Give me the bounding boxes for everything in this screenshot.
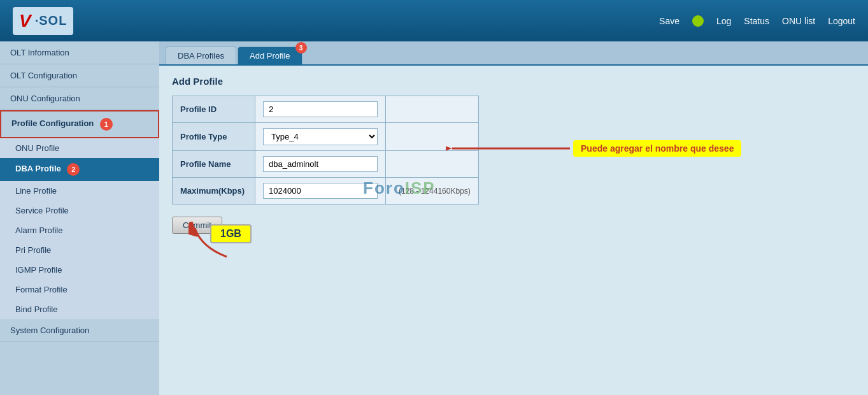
logo-sol-text: ·SOL xyxy=(35,13,68,28)
tab-dba-profiles[interactable]: DBA Profiles xyxy=(166,47,236,64)
table-row: Profile ID xyxy=(173,96,479,123)
form-and-annotations: Profile ID Profile Type Type_1 xyxy=(172,96,479,205)
foroisp-text: ForoISP xyxy=(363,178,436,198)
save-button[interactable]: Save xyxy=(659,16,679,26)
name-annotation: Puede agregar el nombre que desee xyxy=(446,139,741,158)
header-right: Save Log Status ONU list Logout xyxy=(659,15,855,27)
main-layout: OLT Information OLT Configuration ONU Co… xyxy=(0,41,868,395)
sidebar-item-profile-configuration[interactable]: Profile Configuration 1 xyxy=(0,110,159,138)
onu-list-link[interactable]: ONU list xyxy=(782,16,815,26)
profile-name-label: Profile Name xyxy=(173,151,255,178)
logout-link[interactable]: Logout xyxy=(828,16,855,26)
profile-type-cell: Type_1 Type_2 Type_3 Type_4 Type_5 xyxy=(255,123,386,151)
profile-type-label: Profile Type xyxy=(173,123,255,151)
sidebar: OLT Information OLT Configuration ONU Co… xyxy=(0,41,159,395)
section-title: Add Profile xyxy=(172,76,855,87)
logo-v-icon: V xyxy=(19,11,32,31)
profile-config-badge: 1 xyxy=(100,118,113,131)
sidebar-sub-format-profile[interactable]: Format Profile xyxy=(0,280,159,299)
sidebar-item-onu-configuration[interactable]: ONU Configuration xyxy=(0,87,159,110)
foroisp-f: Foro xyxy=(363,178,405,198)
header-links: Log Status ONU list Logout xyxy=(716,16,855,26)
annotation-1gb: 1GB xyxy=(210,224,252,243)
sidebar-item-olt-information[interactable]: OLT Information xyxy=(0,41,159,64)
profile-name-cell xyxy=(255,151,386,178)
sidebar-sub-dba-profile[interactable]: DBA Profile 2 xyxy=(0,158,159,181)
sidebar-sub-service-profile[interactable]: Service Profile xyxy=(0,201,159,220)
tab-add-profile[interactable]: Add Profile 3 xyxy=(238,47,302,64)
dba-profile-badge: 2 xyxy=(67,163,80,176)
tabs-bar: DBA Profiles Add Profile 3 xyxy=(159,41,868,66)
sidebar-sub-onu-profile[interactable]: ONU Profile xyxy=(0,138,159,158)
sidebar-item-olt-configuration[interactable]: OLT Configuration xyxy=(0,64,159,87)
sidebar-sub-bind-profile[interactable]: Bind Profile xyxy=(0,299,159,319)
sidebar-sub-alarm-profile[interactable]: Alarm Profile xyxy=(0,220,159,240)
annotation-label: Puede agregar el nombre que desee xyxy=(573,140,741,157)
table-row: Profile Name xyxy=(173,151,479,178)
foroisp-watermark: ForoISP xyxy=(363,178,436,198)
profile-id-label: Profile ID xyxy=(173,96,255,123)
sidebar-item-system-configuration[interactable]: System Configuration xyxy=(0,319,159,342)
content-area: Add Profile Profile ID Profile Typ xyxy=(159,66,868,244)
commit-area: Commit 1GB xyxy=(172,209,855,234)
logo-area: V ·SOL xyxy=(13,7,73,35)
maximum-label: Maximum(Kbps) xyxy=(173,178,255,205)
maximum-input[interactable] xyxy=(263,183,378,199)
profile-type-select[interactable]: Type_1 Type_2 Type_3 Type_4 Type_5 xyxy=(263,128,378,145)
status-link[interactable]: Status xyxy=(744,16,769,26)
log-link[interactable]: Log xyxy=(716,16,731,26)
main-content: DBA Profiles Add Profile 3 Add Profile P… xyxy=(159,41,868,395)
sidebar-sub-line-profile[interactable]: Line Profile xyxy=(0,181,159,201)
sidebar-sub-pri-profile[interactable]: Pri Profile xyxy=(0,240,159,260)
add-profile-badge: 3 xyxy=(295,42,307,54)
foroisp-isp: ISP xyxy=(405,178,436,198)
logo: V ·SOL xyxy=(19,11,67,31)
table-row: Profile Type Type_1 Type_2 Type_3 Type_4… xyxy=(173,123,479,151)
arrow-right-to-input xyxy=(446,139,573,158)
sidebar-sub-igmp-profile[interactable]: IGMP Profile xyxy=(0,260,159,280)
header: V ·SOL Save Log Status ONU list Logout xyxy=(0,0,868,41)
profile-id-input[interactable] xyxy=(263,101,378,117)
profile-id-cell xyxy=(255,96,386,123)
profile-name-input[interactable] xyxy=(263,156,378,172)
status-indicator xyxy=(692,15,704,27)
logo-background: V ·SOL xyxy=(13,7,73,35)
